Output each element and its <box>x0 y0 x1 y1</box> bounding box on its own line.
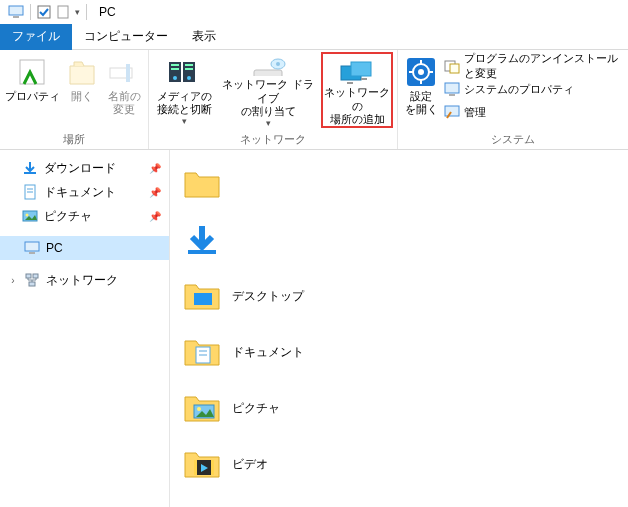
pictures-folder-icon <box>182 388 222 428</box>
add-network-location-button[interactable]: ネットワークの 場所の追加 <box>321 52 393 128</box>
nav-documents-label: ドキュメント <box>44 184 116 201</box>
svg-rect-1 <box>13 16 19 18</box>
svg-rect-40 <box>25 242 39 251</box>
svg-rect-11 <box>171 64 179 66</box>
pin-icon: 📌 <box>149 211 161 222</box>
document-icon[interactable] <box>57 5 69 19</box>
tab-view[interactable]: 表示 <box>180 24 228 50</box>
pin-icon: 📌 <box>149 187 161 198</box>
chevron-down-icon: ▾ <box>266 118 271 128</box>
content-area: ダウンロード 📌 ドキュメント 📌 ピクチャ 📌 PC › ネットワーク <box>0 150 628 507</box>
open-settings-label: 設定 を開く <box>405 90 438 116</box>
document-icon <box>22 184 38 200</box>
folder-label: ドキュメント <box>232 344 304 361</box>
folder-item-documents[interactable]: ドキュメント <box>182 324 402 380</box>
nav-downloads-label: ダウンロード <box>44 160 116 177</box>
system-properties-label: システムのプロパティ <box>464 82 574 97</box>
svg-rect-12 <box>185 64 193 66</box>
svg-rect-42 <box>26 274 31 278</box>
desktop-folder-icon <box>182 276 222 316</box>
nav-downloads[interactable]: ダウンロード 📌 <box>0 156 169 180</box>
nav-pc[interactable]: PC <box>0 236 169 260</box>
media-connect-button[interactable]: メディアの 接続と切断 ▾ <box>153 52 215 128</box>
map-drive-button[interactable]: ネットワーク ドライブ の割り当て ▾ <box>219 52 317 128</box>
folder-item-generic[interactable] <box>182 212 402 268</box>
folder-item-music[interactable]: ミュージック <box>182 492 402 507</box>
pin-icon: 📌 <box>149 163 161 174</box>
folder-label: ビデオ <box>232 456 268 473</box>
ribbon: プロパティ 開く 名前の 変更 場所 メディアの 接続と切断 <box>0 50 628 150</box>
open-settings-button[interactable]: 設定 を開く <box>402 52 440 128</box>
folder-item-pictures[interactable]: ピクチャ <box>182 380 402 436</box>
svg-rect-45 <box>188 250 216 254</box>
rename-label: 名前の 変更 <box>108 90 141 116</box>
group-label-network: ネットワーク <box>240 130 306 149</box>
downloads-icon <box>22 160 38 176</box>
svg-rect-6 <box>126 64 130 82</box>
open-button: 開く <box>64 52 100 128</box>
ribbon-group-system: 設定 を開く プログラムのアンインストールと変更 システムのプロパティ 管理 シ… <box>398 50 628 149</box>
folder-item-desktop[interactable]: デスクトップ <box>182 268 402 324</box>
svg-rect-44 <box>29 282 35 286</box>
svg-rect-19 <box>351 62 371 76</box>
checkbox-icon[interactable] <box>37 5 51 19</box>
manage-icon <box>444 104 460 120</box>
videos-folder-icon <box>182 444 222 484</box>
svg-rect-4 <box>20 60 44 84</box>
svg-rect-46 <box>194 293 212 305</box>
system-links: プログラムのアンインストールと変更 システムのプロパティ 管理 <box>444 52 624 122</box>
folder-label: ピクチャ <box>232 400 280 417</box>
svg-point-24 <box>418 69 424 75</box>
svg-point-9 <box>173 76 177 80</box>
separator <box>30 4 31 20</box>
rename-button: 名前の 変更 <box>104 52 144 128</box>
music-folder-icon <box>182 500 222 507</box>
svg-rect-43 <box>33 274 38 278</box>
svg-rect-34 <box>24 172 36 174</box>
svg-rect-33 <box>445 106 459 116</box>
map-drive-icon <box>248 56 288 76</box>
svg-rect-41 <box>29 252 35 254</box>
svg-rect-3 <box>58 6 68 18</box>
nav-pictures[interactable]: ピクチャ 📌 <box>0 204 169 228</box>
ribbon-tabs: ファイル コンピューター 表示 <box>0 24 628 50</box>
qat-dropdown-icon[interactable]: ▾ <box>75 7 80 17</box>
svg-rect-30 <box>450 64 459 73</box>
uninstall-icon <box>444 58 460 74</box>
pc-icon <box>24 241 40 255</box>
tab-computer[interactable]: コンピューター <box>72 24 180 50</box>
documents-folder-icon <box>182 332 222 372</box>
manage-label: 管理 <box>464 105 486 120</box>
nav-pc-label: PC <box>46 241 63 255</box>
window-title: PC <box>95 5 116 19</box>
rename-icon <box>108 56 140 88</box>
nav-network[interactable]: › ネットワーク <box>0 268 169 292</box>
media-icon <box>167 56 201 88</box>
group-label-system: システム <box>491 130 535 149</box>
uninstall-label: プログラムのアンインストールと変更 <box>464 51 624 81</box>
uninstall-programs-link[interactable]: プログラムのアンインストールと変更 <box>444 56 624 76</box>
navigation-pane: ダウンロード 📌 ドキュメント 📌 ピクチャ 📌 PC › ネットワーク <box>0 150 170 507</box>
folder-label: デスクトップ <box>232 288 304 305</box>
network-location-icon <box>337 58 377 84</box>
properties-button[interactable]: プロパティ <box>4 52 60 128</box>
svg-point-10 <box>187 76 191 80</box>
open-icon <box>66 56 98 88</box>
manage-link[interactable]: 管理 <box>444 102 624 122</box>
folder-icon <box>182 164 222 204</box>
map-drive-label: ネットワーク ドライブ の割り当て <box>219 78 317 118</box>
expander-icon[interactable]: › <box>8 275 18 286</box>
folder-item-generic[interactable] <box>182 156 402 212</box>
svg-rect-53 <box>194 460 197 475</box>
nav-documents[interactable]: ドキュメント 📌 <box>0 180 169 204</box>
tab-file[interactable]: ファイル <box>0 24 72 50</box>
file-view: デスクトップ ドキュメント ピクチャ ビデオ ミュージック ⌄ <box>170 150 628 507</box>
system-properties-link[interactable]: システムのプロパティ <box>444 79 624 99</box>
properties-icon <box>16 56 48 88</box>
folder-item-videos[interactable]: ビデオ <box>182 436 402 492</box>
svg-point-51 <box>197 407 201 411</box>
svg-rect-20 <box>347 82 353 84</box>
pc-icon <box>8 5 24 19</box>
pictures-icon <box>22 208 38 224</box>
system-properties-icon <box>444 81 460 97</box>
